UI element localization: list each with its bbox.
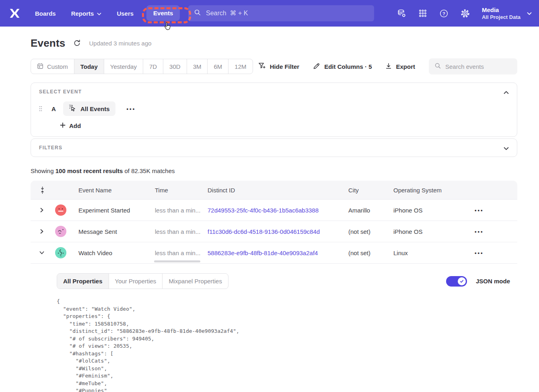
chevron-down-icon bbox=[97, 10, 101, 17]
col-os[interactable]: Operating System bbox=[393, 187, 462, 194]
cell-os: Linux bbox=[393, 250, 462, 256]
calendar-icon bbox=[37, 63, 43, 70]
search-events[interactable] bbox=[429, 58, 517, 74]
cell-time: less than a min... bbox=[155, 250, 208, 256]
all-events-selector[interactable]: All Events bbox=[63, 101, 115, 116]
event-avatar bbox=[55, 226, 78, 237]
col-event-name[interactable]: Event Name bbox=[78, 187, 155, 194]
nav-item-reports[interactable]: Reports bbox=[71, 10, 102, 17]
expand-chevron-right-icon[interactable] bbox=[31, 208, 53, 213]
search-events-input[interactable] bbox=[445, 63, 512, 70]
hide-filter-button[interactable]: Hide Filter bbox=[258, 62, 299, 70]
range-7d[interactable]: 7D bbox=[143, 59, 163, 74]
edit-columns-label: Edit Columns · 5 bbox=[324, 63, 372, 70]
settings-gear-icon[interactable] bbox=[461, 9, 470, 18]
cell-time: less than a min... bbox=[155, 207, 208, 214]
export-button[interactable]: Export bbox=[385, 63, 415, 70]
sort-icon[interactable] bbox=[40, 186, 53, 194]
filters-title: FILTERS bbox=[39, 145, 62, 151]
page-title: Events bbox=[31, 37, 65, 50]
collapse-chevron-down-icon[interactable] bbox=[31, 251, 53, 254]
range-3m[interactable]: 3M bbox=[187, 59, 208, 74]
event-avatar bbox=[55, 247, 78, 258]
results-suffix: of 82.35K matches bbox=[123, 167, 175, 174]
download-icon bbox=[385, 63, 392, 70]
col-distinct-id[interactable]: Distinct ID bbox=[208, 187, 348, 194]
range-12m[interactable]: 12M bbox=[228, 59, 252, 74]
edit-columns-button[interactable]: Edit Columns · 5 bbox=[313, 62, 372, 71]
cell-city: (not set) bbox=[348, 228, 393, 235]
tab-your-properties[interactable]: Your Properties bbox=[109, 274, 163, 289]
table-header: Event Name Time Distinct ID City Operati… bbox=[31, 181, 517, 199]
magic-cursor-icon bbox=[69, 104, 76, 113]
properties-tabs: All Properties Your Properties Mixpanel … bbox=[57, 273, 228, 289]
event-detail-panel: All Properties Your Properties Mixpanel … bbox=[31, 263, 517, 392]
cell-city: (not set) bbox=[348, 250, 393, 256]
collapse-chevron-up-icon[interactable] bbox=[504, 89, 509, 96]
range-yesterday[interactable]: Yesterday bbox=[104, 59, 143, 74]
results-count: 100 most recent results bbox=[56, 167, 123, 174]
cell-event-name: Watch Video bbox=[78, 250, 155, 256]
cell-event-name: Message Sent bbox=[78, 228, 155, 235]
svg-text:?: ? bbox=[442, 11, 445, 16]
json-mode-toggle[interactable] bbox=[446, 276, 467, 287]
cell-distinct-id[interactable]: 72d49553-25fc-4f0c-b436-1b5ac6ab3388 bbox=[208, 207, 348, 214]
json-mode-label: JSON mode bbox=[476, 278, 510, 285]
global-search-input[interactable] bbox=[206, 10, 368, 17]
range-6m[interactable]: 6M bbox=[208, 59, 228, 74]
nav-item-reports-label: Reports bbox=[71, 10, 94, 17]
select-event-title: SELECT EVENT bbox=[39, 89, 509, 95]
expand-chevron-right-icon[interactable] bbox=[31, 229, 53, 234]
drag-handle-icon[interactable] bbox=[39, 106, 42, 111]
all-events-label: All Events bbox=[80, 105, 110, 112]
refresh-icon[interactable] bbox=[73, 39, 81, 47]
cursor-hand-icon bbox=[163, 22, 172, 33]
cell-distinct-id[interactable]: f11c30d6-dc6d-4518-9136-0d046159c84d bbox=[208, 228, 348, 235]
col-time[interactable]: Time bbox=[155, 187, 208, 194]
row-options-ellipsis[interactable] bbox=[462, 229, 517, 235]
events-table: Event Name Time Distinct ID City Operati… bbox=[31, 181, 517, 392]
funnel-icon bbox=[258, 62, 266, 70]
mixpanel-logo-icon[interactable] bbox=[9, 8, 21, 19]
nav-item-users[interactable]: Users bbox=[117, 10, 134, 17]
data-management-icon[interactable] bbox=[397, 9, 406, 18]
event-avatar bbox=[55, 204, 78, 216]
table-row[interactable]: Message Sent less than a min... f11c30d6… bbox=[31, 221, 517, 242]
range-custom[interactable]: Custom bbox=[31, 59, 74, 74]
date-range-picker: Custom Today Yesterday 7D 30D 3M 6M 12M bbox=[31, 59, 253, 74]
filters-panel: FILTERS bbox=[31, 138, 517, 157]
col-city[interactable]: City bbox=[348, 187, 393, 194]
row-options-ellipsis[interactable] bbox=[462, 207, 517, 213]
apps-grid-icon[interactable] bbox=[418, 9, 427, 18]
cell-city: Amarillo bbox=[348, 207, 393, 214]
cell-time: less than a min... bbox=[155, 228, 208, 235]
row-options-ellipsis[interactable] bbox=[462, 250, 517, 256]
json-viewer[interactable]: { "event": "Watch Video", "properties": … bbox=[57, 298, 510, 392]
table-row-expanded[interactable]: Watch Video less than a min... 5886283e-… bbox=[31, 242, 517, 263]
select-event-panel: SELECT EVENT A All Events bbox=[31, 83, 517, 137]
add-event-button[interactable]: Add bbox=[60, 122, 81, 129]
nav-item-boards[interactable]: Boards bbox=[35, 10, 56, 17]
cell-os: iPhone OS bbox=[393, 207, 462, 214]
cell-event-name: Experiment Started bbox=[78, 207, 155, 214]
add-event-label: Add bbox=[69, 122, 81, 129]
cell-distinct-id[interactable]: 5886283e-e9fb-48fb-81de-40e9093a2af4 bbox=[208, 250, 348, 256]
tab-mixpanel-properties[interactable]: Mixpanel Properties bbox=[163, 274, 228, 289]
help-icon[interactable]: ? bbox=[439, 9, 448, 18]
project-switcher[interactable]: Media All Project Data bbox=[482, 6, 532, 21]
range-today[interactable]: Today bbox=[74, 59, 104, 74]
event-options-ellipsis[interactable] bbox=[127, 106, 136, 112]
export-label: Export bbox=[396, 63, 415, 70]
project-name: Media bbox=[482, 6, 520, 14]
range-30d[interactable]: 30D bbox=[163, 59, 187, 74]
results-prefix: Showing bbox=[31, 167, 56, 174]
event-row-letter: A bbox=[51, 105, 57, 112]
table-row[interactable]: Experiment Started less than a min... 72… bbox=[31, 199, 517, 221]
expand-chevron-down-icon[interactable] bbox=[504, 145, 509, 152]
updated-timestamp: Updated 3 minutes ago bbox=[89, 40, 151, 47]
top-nav: Boards Reports Users Events bbox=[0, 0, 539, 27]
nav-item-events[interactable]: Events bbox=[146, 5, 180, 21]
horizontal-scrollbar-thumb[interactable] bbox=[154, 260, 200, 262]
tab-all-properties[interactable]: All Properties bbox=[57, 274, 109, 289]
global-search[interactable] bbox=[188, 5, 374, 21]
